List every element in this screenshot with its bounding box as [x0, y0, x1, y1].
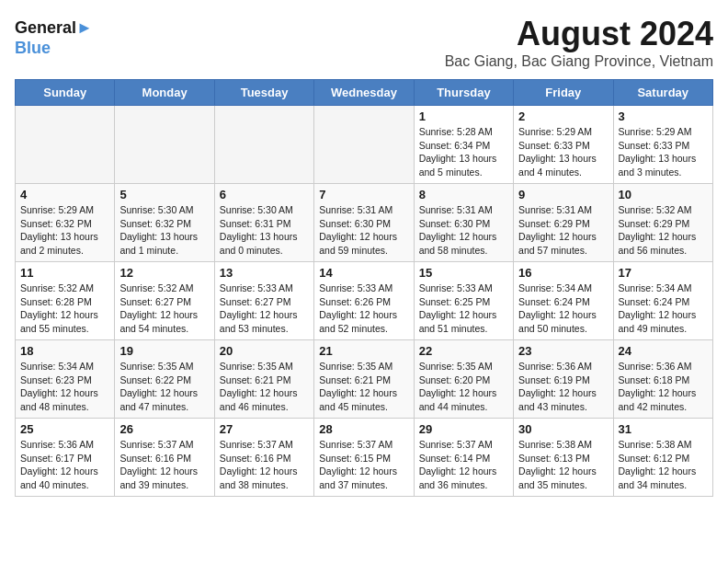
- calendar-cell: 10Sunrise: 5:32 AM Sunset: 6:29 PM Dayli…: [613, 184, 712, 262]
- date-number: 13: [220, 266, 309, 280]
- cell-daylight-info: Sunrise: 5:33 AM Sunset: 6:27 PM Dayligh…: [220, 282, 309, 336]
- calendar-cell: 6Sunrise: 5:30 AM Sunset: 6:31 PM Daylig…: [214, 184, 313, 262]
- cell-daylight-info: Sunrise: 5:35 AM Sunset: 6:21 PM Dayligh…: [220, 360, 309, 414]
- cell-daylight-info: Sunrise: 5:37 AM Sunset: 6:14 PM Dayligh…: [419, 438, 508, 492]
- logo-line1: General►: [15, 18, 93, 39]
- date-number: 19: [119, 344, 209, 358]
- day-header-thursday: Thursday: [414, 80, 513, 106]
- calendar-cell: 24Sunrise: 5:36 AM Sunset: 6:18 PM Dayli…: [613, 340, 712, 419]
- cell-daylight-info: Sunrise: 5:38 AM Sunset: 6:13 PM Dayligh…: [518, 438, 608, 492]
- cell-daylight-info: Sunrise: 5:31 AM Sunset: 6:29 PM Dayligh…: [518, 203, 608, 258]
- subtitle: Bac Giang, Bac Giang Province, Vietnam: [445, 53, 713, 70]
- date-number: 12: [119, 266, 209, 280]
- day-header-saturday: Saturday: [613, 80, 712, 106]
- calendar-cell: 15Sunrise: 5:33 AM Sunset: 6:25 PM Dayli…: [414, 262, 513, 340]
- cell-daylight-info: Sunrise: 5:33 AM Sunset: 6:26 PM Dayligh…: [319, 282, 408, 336]
- calendar-cell: [115, 106, 214, 184]
- date-number: 4: [20, 188, 109, 201]
- date-number: 25: [20, 422, 109, 436]
- cell-daylight-info: Sunrise: 5:29 AM Sunset: 6:33 PM Dayligh…: [619, 125, 708, 179]
- title-section: August 2024 Bac Giang, Bac Giang Provinc…: [445, 15, 713, 70]
- cell-daylight-info: Sunrise: 5:38 AM Sunset: 6:12 PM Dayligh…: [619, 438, 708, 492]
- cell-daylight-info: Sunrise: 5:32 AM Sunset: 6:28 PM Dayligh…: [20, 282, 109, 336]
- calendar-cell: 8Sunrise: 5:31 AM Sunset: 6:30 PM Daylig…: [414, 184, 513, 262]
- date-number: 30: [518, 422, 608, 436]
- date-number: 7: [319, 188, 408, 201]
- date-number: 24: [619, 344, 708, 358]
- date-number: 28: [319, 422, 408, 436]
- date-number: 10: [619, 188, 708, 201]
- cell-daylight-info: Sunrise: 5:34 AM Sunset: 6:24 PM Dayligh…: [619, 282, 708, 336]
- calendar-cell: 22Sunrise: 5:35 AM Sunset: 6:20 PM Dayli…: [414, 340, 513, 419]
- calendar-cell: 16Sunrise: 5:34 AM Sunset: 6:24 PM Dayli…: [514, 262, 613, 340]
- cell-daylight-info: Sunrise: 5:31 AM Sunset: 6:30 PM Dayligh…: [319, 203, 408, 258]
- calendar-header-row: SundayMondayTuesdayWednesdayThursdayFrid…: [16, 80, 713, 106]
- calendar-cell: [214, 106, 313, 184]
- cell-daylight-info: Sunrise: 5:32 AM Sunset: 6:29 PM Dayligh…: [619, 203, 708, 258]
- date-number: 9: [518, 188, 608, 201]
- cell-daylight-info: Sunrise: 5:30 AM Sunset: 6:32 PM Dayligh…: [119, 203, 209, 258]
- main-title: August 2024: [445, 15, 713, 53]
- cell-daylight-info: Sunrise: 5:32 AM Sunset: 6:27 PM Dayligh…: [119, 282, 209, 336]
- calendar-cell: 23Sunrise: 5:36 AM Sunset: 6:19 PM Dayli…: [514, 340, 613, 419]
- calendar-cell: 9Sunrise: 5:31 AM Sunset: 6:29 PM Daylig…: [514, 184, 613, 262]
- calendar-week-3: 11Sunrise: 5:32 AM Sunset: 6:28 PM Dayli…: [16, 262, 713, 340]
- calendar-week-4: 18Sunrise: 5:34 AM Sunset: 6:23 PM Dayli…: [16, 340, 713, 419]
- day-header-friday: Friday: [514, 80, 613, 106]
- cell-daylight-info: Sunrise: 5:36 AM Sunset: 6:19 PM Dayligh…: [518, 360, 608, 414]
- date-number: 21: [319, 344, 408, 358]
- calendar-cell: 29Sunrise: 5:37 AM Sunset: 6:14 PM Dayli…: [414, 419, 513, 497]
- calendar-table: SundayMondayTuesdayWednesdayThursdayFrid…: [15, 79, 713, 497]
- cell-daylight-info: Sunrise: 5:34 AM Sunset: 6:23 PM Dayligh…: [20, 360, 109, 414]
- calendar-cell: 14Sunrise: 5:33 AM Sunset: 6:26 PM Dayli…: [314, 262, 414, 340]
- calendar-cell: 5Sunrise: 5:30 AM Sunset: 6:32 PM Daylig…: [115, 184, 214, 262]
- cell-daylight-info: Sunrise: 5:33 AM Sunset: 6:25 PM Dayligh…: [419, 282, 508, 336]
- date-number: 20: [220, 344, 309, 358]
- calendar-cell: [16, 106, 115, 184]
- calendar-cell: 19Sunrise: 5:35 AM Sunset: 6:22 PM Dayli…: [115, 340, 214, 419]
- calendar-cell: [314, 106, 414, 184]
- calendar-cell: 2Sunrise: 5:29 AM Sunset: 6:33 PM Daylig…: [514, 106, 613, 184]
- date-number: 29: [419, 422, 508, 436]
- calendar-cell: 7Sunrise: 5:31 AM Sunset: 6:30 PM Daylig…: [314, 184, 414, 262]
- calendar-cell: 28Sunrise: 5:37 AM Sunset: 6:15 PM Dayli…: [314, 419, 414, 497]
- cell-daylight-info: Sunrise: 5:34 AM Sunset: 6:24 PM Dayligh…: [518, 282, 608, 336]
- day-header-sunday: Sunday: [16, 80, 115, 106]
- date-number: 22: [419, 344, 508, 358]
- cell-daylight-info: Sunrise: 5:30 AM Sunset: 6:31 PM Dayligh…: [220, 203, 309, 258]
- cell-daylight-info: Sunrise: 5:29 AM Sunset: 6:33 PM Dayligh…: [518, 125, 608, 179]
- date-number: 17: [619, 266, 708, 280]
- calendar-cell: 21Sunrise: 5:35 AM Sunset: 6:21 PM Dayli…: [314, 340, 414, 419]
- cell-daylight-info: Sunrise: 5:37 AM Sunset: 6:16 PM Dayligh…: [119, 438, 209, 492]
- calendar-cell: 31Sunrise: 5:38 AM Sunset: 6:12 PM Dayli…: [613, 419, 712, 497]
- date-number: 27: [220, 422, 309, 436]
- cell-daylight-info: Sunrise: 5:28 AM Sunset: 6:34 PM Dayligh…: [419, 125, 508, 179]
- day-header-wednesday: Wednesday: [314, 80, 414, 106]
- cell-daylight-info: Sunrise: 5:37 AM Sunset: 6:16 PM Dayligh…: [220, 438, 309, 492]
- cell-daylight-info: Sunrise: 5:29 AM Sunset: 6:32 PM Dayligh…: [20, 203, 109, 258]
- date-number: 23: [518, 344, 608, 358]
- date-number: 5: [119, 188, 209, 201]
- date-number: 1: [419, 109, 508, 123]
- date-number: 11: [20, 266, 109, 280]
- calendar-cell: 25Sunrise: 5:36 AM Sunset: 6:17 PM Dayli…: [16, 419, 115, 497]
- cell-daylight-info: Sunrise: 5:36 AM Sunset: 6:18 PM Dayligh…: [619, 360, 708, 414]
- calendar-cell: 13Sunrise: 5:33 AM Sunset: 6:27 PM Dayli…: [214, 262, 313, 340]
- logo-line2: Blue: [15, 39, 93, 59]
- logo: General► Blue: [15, 18, 93, 58]
- calendar-cell: 18Sunrise: 5:34 AM Sunset: 6:23 PM Dayli…: [16, 340, 115, 419]
- day-header-monday: Monday: [115, 80, 214, 106]
- date-number: 31: [619, 422, 708, 436]
- date-number: 15: [419, 266, 508, 280]
- calendar-cell: 20Sunrise: 5:35 AM Sunset: 6:21 PM Dayli…: [214, 340, 313, 419]
- date-number: 8: [419, 188, 508, 201]
- calendar-cell: 26Sunrise: 5:37 AM Sunset: 6:16 PM Dayli…: [115, 419, 214, 497]
- calendar-week-1: 1Sunrise: 5:28 AM Sunset: 6:34 PM Daylig…: [16, 106, 713, 184]
- date-number: 14: [319, 266, 408, 280]
- calendar-cell: 12Sunrise: 5:32 AM Sunset: 6:27 PM Dayli…: [115, 262, 214, 340]
- calendar-week-2: 4Sunrise: 5:29 AM Sunset: 6:32 PM Daylig…: [16, 184, 713, 262]
- cell-daylight-info: Sunrise: 5:35 AM Sunset: 6:22 PM Dayligh…: [119, 360, 209, 414]
- date-number: 18: [20, 344, 109, 358]
- calendar-cell: 4Sunrise: 5:29 AM Sunset: 6:32 PM Daylig…: [16, 184, 115, 262]
- cell-daylight-info: Sunrise: 5:35 AM Sunset: 6:21 PM Dayligh…: [319, 360, 408, 414]
